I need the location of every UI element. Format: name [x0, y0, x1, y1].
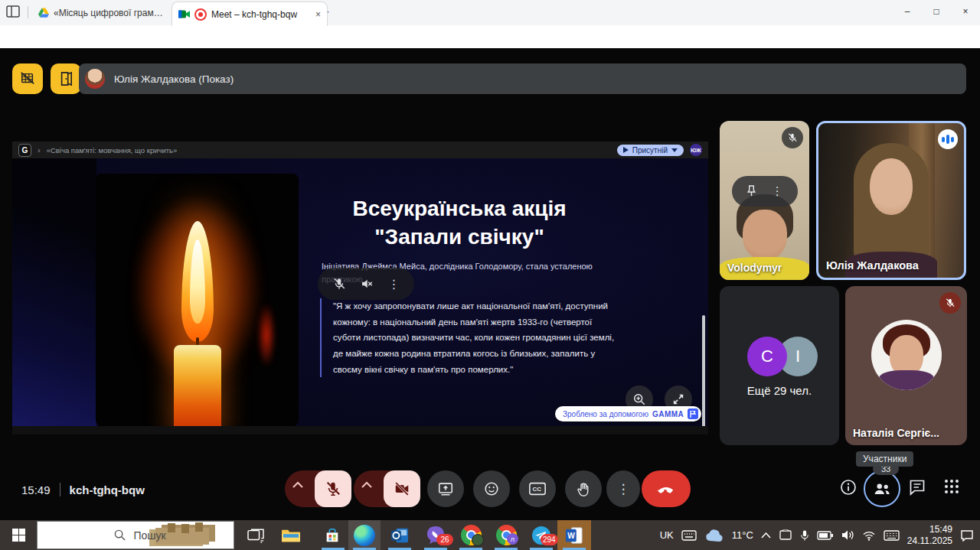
cast-screen-icon[interactable]	[779, 529, 792, 541]
close-tab-icon[interactable]: ×	[315, 9, 321, 20]
reactions-button[interactable]	[473, 470, 510, 507]
shared-tab-audio-controls: ⋮	[318, 268, 414, 300]
touch-keyboard-icon[interactable]	[884, 530, 900, 541]
captions-button[interactable]: CC	[519, 470, 556, 507]
divider	[60, 483, 60, 496]
exit-door-button[interactable]	[51, 63, 81, 94]
browser-tab-drive[interactable]: «Місяць цифрової грамотності» ×	[32, 0, 182, 25]
more-participants-label: Ещё 29 чел.	[720, 384, 839, 397]
mic-muted-icon	[782, 127, 803, 148]
gamma-made-with-badge[interactable]: Зроблено за допомогою GAMMA	[555, 406, 701, 421]
tray-time: 15:49	[929, 524, 952, 535]
flag-icon	[688, 408, 698, 419]
breadcrumb-chevron-icon: ›	[38, 145, 41, 155]
present-button-label: Присутній	[632, 146, 668, 155]
word-button[interactable]: W	[557, 520, 591, 550]
browser-tab-strip: «Місяць цифрової грамотності» × Meet – k…	[0, 0, 980, 26]
taskbar-search[interactable]: Пошук	[37, 521, 234, 549]
telegram-button[interactable]: 294	[525, 520, 557, 550]
presentation-scrollbar[interactable]	[702, 315, 705, 426]
tab-title: Meet – kch-tghq-bqw	[211, 9, 311, 20]
slide-quote: "Я ж хочу запропонувати лише акт націона…	[320, 298, 618, 377]
meeting-details-button[interactable]	[839, 478, 858, 496]
chrome-profile1-button[interactable]	[455, 520, 487, 550]
start-button[interactable]	[0, 520, 37, 550]
camera-control[interactable]	[354, 470, 420, 507]
battery-charging-icon[interactable]	[817, 530, 834, 541]
candle-photo	[96, 174, 299, 426]
more-options-button[interactable]: ⋮	[606, 470, 640, 507]
google-drive-icon	[38, 8, 49, 18]
windows-taskbar: Пошук 26 л 294 W	[0, 520, 980, 550]
speaker-off-icon[interactable]	[360, 277, 374, 291]
participants-button[interactable]	[864, 470, 900, 507]
mic-off-icon[interactable]	[332, 277, 346, 291]
search-icon	[114, 529, 126, 541]
mic-control[interactable]	[285, 470, 351, 507]
tile-hover-controls: ⋮	[732, 176, 798, 207]
keyboard-layout-icon[interactable]	[681, 530, 697, 541]
gamma-badge-text: Зроблено за допомогою	[563, 410, 648, 418]
participant-name: Volodymyr	[727, 262, 782, 274]
tab-actions-menu-icon[interactable]	[6, 5, 24, 20]
play-icon	[623, 147, 629, 153]
gamma-doc-header: G › «Свіча пам'яті: мовчання, що кричить…	[12, 142, 708, 158]
gamma-logo-icon: G	[18, 144, 31, 157]
more-participants-tile[interactable]: C I Ещё 29 чел.	[720, 286, 839, 445]
google-meet-icon	[178, 9, 190, 19]
chrome-profile2-button[interactable]: л	[490, 520, 522, 550]
mic-options-chevron-icon[interactable]	[292, 481, 303, 488]
action-center-icon[interactable]	[960, 529, 974, 542]
minimize-window-button[interactable]: –	[893, 0, 922, 23]
maximize-window-button[interactable]: □	[922, 0, 951, 23]
tray-clock[interactable]: 15:49 24.11.2025	[907, 524, 952, 547]
mic-off-button[interactable]	[315, 470, 351, 507]
edge-button[interactable]	[348, 520, 381, 550]
doc-user-avatar: ЮЖ	[690, 144, 702, 156]
tray-microphone-icon[interactable]	[800, 529, 809, 542]
grid-crossed-button[interactable]	[12, 63, 43, 94]
raise-hand-button[interactable]	[565, 470, 602, 507]
edge-icon	[354, 525, 375, 546]
present-screen-button[interactable]	[427, 470, 464, 507]
slide-title: Всеукраїнська акція "Запали свічку"	[299, 195, 620, 252]
window-controls: – □ ×	[893, 0, 980, 23]
people-icon	[872, 479, 892, 499]
viber-button[interactable]: 26	[420, 520, 452, 550]
more-options-icon[interactable]: ⋮	[388, 277, 400, 291]
outlook-button[interactable]	[384, 520, 415, 550]
microsoft-store-button[interactable]	[317, 520, 348, 550]
participant-name: Юлія Жалдакова	[826, 259, 919, 272]
profile-overlay-icon	[472, 534, 484, 546]
pin-icon[interactable]	[746, 184, 757, 197]
network-signal-icon[interactable]	[862, 530, 876, 541]
meeting-code: kch-tghq-bqw	[70, 483, 145, 496]
presenter-avatar	[85, 69, 105, 89]
more-options-icon[interactable]: ⋮	[772, 184, 783, 198]
temperature-label[interactable]: 11°C	[732, 529, 753, 541]
meet-page: Юлія Жалдакова (Показ) G › «Свіча пам'ят…	[0, 48, 980, 520]
task-view-button[interactable]	[240, 520, 271, 550]
end-call-button[interactable]	[642, 470, 691, 507]
participant-tile-yuliia[interactable]: Юлія Жалдакова	[816, 121, 966, 280]
language-indicator[interactable]: UK	[660, 529, 674, 541]
slide: Всеукраїнська акція "Запали свічку" Ініц…	[12, 158, 708, 426]
present-mode-button[interactable]: Присутній	[617, 145, 684, 156]
camera-options-chevron-icon[interactable]	[361, 481, 372, 488]
presenter-name: Юлія Жалдакова (Показ)	[114, 73, 234, 85]
activities-button[interactable]	[943, 478, 960, 495]
avatar-c: C	[747, 337, 787, 376]
chat-button[interactable]	[908, 478, 926, 496]
divider	[28, 6, 28, 18]
volume-icon[interactable]	[841, 529, 854, 541]
browser-tab-meet[interactable]: Meet – kch-tghq-bqw ×	[172, 2, 328, 26]
weather-cloud-icon[interactable]	[704, 529, 724, 542]
camera-off-button[interactable]	[384, 470, 420, 507]
file-explorer-button[interactable]	[276, 520, 306, 550]
participant-photo	[871, 320, 942, 390]
close-window-button[interactable]: ×	[951, 0, 980, 23]
chevron-down-icon	[671, 148, 678, 152]
participant-tile-volodymyr[interactable]: ⋮ Volodymyr	[720, 121, 809, 280]
participant-tile-nataliia[interactable]: Наталія Сергіє...	[845, 286, 967, 445]
hidden-icons-chevron-icon[interactable]	[761, 532, 771, 539]
